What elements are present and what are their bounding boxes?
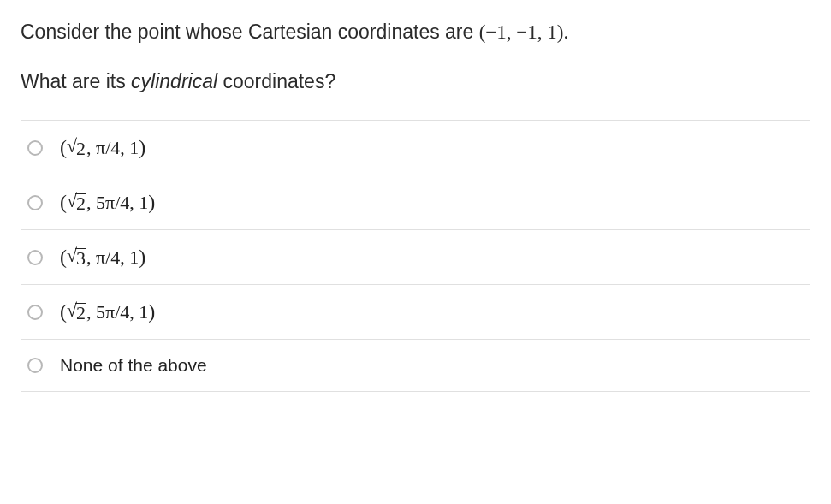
option-3-label: (√3, π/4, 1) (60, 246, 145, 269)
question-line2-a: What are its (21, 70, 131, 92)
question-line2-em: cylindrical (131, 70, 217, 92)
radio-icon (27, 358, 43, 373)
option-2-label: (√2, 5π/4, 1) (60, 191, 155, 214)
option-4[interactable]: (√2, 5π/4, 1) (21, 285, 810, 340)
option-5[interactable]: None of the above (21, 340, 810, 392)
radio-icon (27, 140, 43, 156)
question-line2-b: coordinates? (217, 70, 335, 92)
options-list: (√2, π/4, 1) (√2, 5π/4, 1) (√3, π/4, 1) … (21, 120, 810, 392)
radio-icon (27, 195, 43, 210)
option-4-label: (√2, 5π/4, 1) (60, 300, 155, 323)
option-1-label: (√2, π/4, 1) (60, 136, 145, 159)
question-line-2: What are its cylindrical coordinates? (21, 67, 810, 97)
option-5-label: None of the above (60, 355, 207, 376)
option-3[interactable]: (√3, π/4, 1) (21, 230, 810, 285)
radio-icon (27, 305, 43, 320)
cartesian-coords: (−1, −1, 1). (479, 21, 569, 43)
option-2[interactable]: (√2, 5π/4, 1) (21, 175, 810, 230)
radio-icon (27, 250, 43, 265)
question-line-1: Consider the point whose Cartesian coord… (21, 17, 810, 48)
option-1[interactable]: (√2, π/4, 1) (21, 121, 810, 175)
question-prefix: Consider the point whose Cartesian coord… (21, 21, 479, 43)
